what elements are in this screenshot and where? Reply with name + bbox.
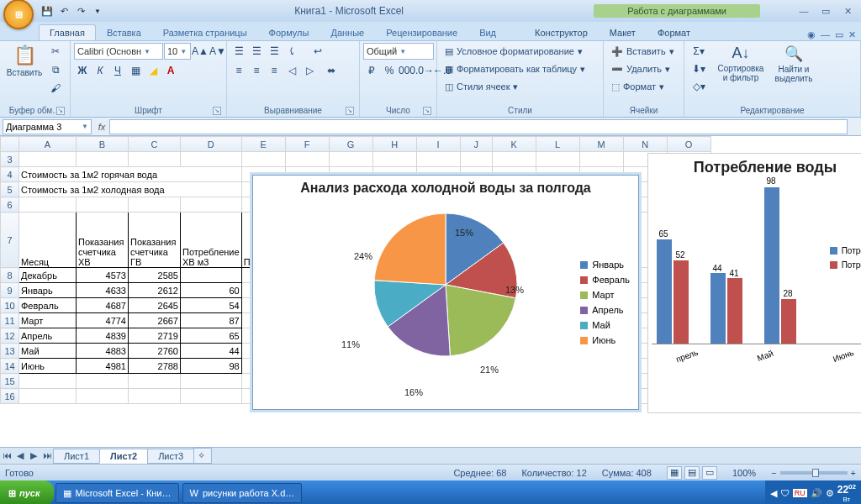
underline-button[interactable]: Ч <box>109 62 126 79</box>
align-top-button[interactable]: ☰ <box>230 43 247 60</box>
grow-font-button[interactable]: A▲ <box>192 43 209 60</box>
row-header[interactable]: 3 <box>1 152 19 167</box>
cell[interactable] <box>181 197 242 213</box>
sheet-nav-next[interactable]: ▶ <box>27 450 40 461</box>
cell[interactable]: Апрель <box>19 328 77 344</box>
row-header[interactable]: 8 <box>1 268 19 283</box>
cell[interactable]: 87 <box>181 313 242 328</box>
align-left-button[interactable]: ≡ <box>230 62 247 79</box>
bold-button[interactable]: Ж <box>74 62 91 79</box>
tab-view[interactable]: Вид <box>468 24 507 40</box>
italic-button[interactable]: К <box>92 62 108 79</box>
col-header[interactable]: N <box>623 137 667 152</box>
cell[interactable] <box>372 152 416 167</box>
col-header[interactable]: A <box>19 137 77 152</box>
cell[interactable]: 4573 <box>77 268 129 283</box>
save-icon[interactable]: 💾 <box>40 4 54 18</box>
close-button[interactable]: ✕ <box>837 4 858 18</box>
zoom-slider[interactable]: − + <box>771 468 856 478</box>
col-header[interactable]: D <box>181 137 242 152</box>
sheet-nav-last[interactable]: ⏭ <box>40 450 54 461</box>
percent-button[interactable]: % <box>381 62 398 79</box>
tab-layout[interactable]: Макет <box>599 24 647 40</box>
find-select-button[interactable]: 🔍 Найти и выделить <box>769 43 819 85</box>
cell[interactable] <box>181 152 242 167</box>
cell[interactable]: 65 <box>181 328 242 344</box>
row-header[interactable]: 16 <box>1 389 19 404</box>
format-as-table-button[interactable]: ▦Форматировать как таблицу ▾ <box>441 60 589 77</box>
cell[interactable] <box>536 152 579 167</box>
name-box[interactable]: Диаграмма 3▼ <box>3 119 92 134</box>
cell[interactable] <box>129 197 181 213</box>
cell[interactable] <box>19 374 77 389</box>
cell[interactable] <box>285 152 329 167</box>
row-header[interactable]: 10 <box>1 298 19 313</box>
cell[interactable]: Месяц <box>19 213 77 268</box>
dialog-launcher-icon[interactable]: ↘ <box>213 107 221 115</box>
cell[interactable] <box>579 152 623 167</box>
cell[interactable] <box>241 152 285 167</box>
align-right-button[interactable]: ≡ <box>266 62 283 79</box>
delete-cells-button[interactable]: ➖ Удалить ▾ <box>607 60 674 77</box>
tray-icon[interactable]: ⚙ <box>826 488 834 499</box>
tab-page-layout[interactable]: Разметка страницы <box>152 24 258 40</box>
col-header[interactable]: I <box>416 137 460 152</box>
cut-button[interactable]: ✂ <box>47 43 64 60</box>
cell[interactable]: 2719 <box>129 328 181 344</box>
cell[interactable]: 2788 <box>129 359 181 374</box>
cell[interactable] <box>460 152 492 167</box>
start-button[interactable]: ⊞ пуск <box>0 480 54 504</box>
cell[interactable]: Февраль <box>19 298 77 313</box>
doc-restore-icon[interactable]: ▭ <box>835 29 843 40</box>
cell[interactable] <box>77 389 129 404</box>
cell[interactable] <box>19 152 77 167</box>
undo-icon[interactable]: ↶ <box>57 4 71 18</box>
tray-clock[interactable]: 2202 Вт <box>837 482 856 504</box>
indent-dec-button[interactable]: ◁ <box>283 62 300 79</box>
taskbar-app-word[interactable]: Wрисунки работа X.d… <box>182 483 303 503</box>
row-header[interactable]: 12 <box>1 328 19 344</box>
cell[interactable]: Стоимость за 1м2 холодная вода <box>19 182 242 197</box>
sheet-tab[interactable]: Лист2 <box>99 449 148 464</box>
cell[interactable]: Декабрь <box>19 268 77 283</box>
sort-filter-button[interactable]: A↓ Сортировка и фильтр <box>715 43 767 84</box>
doc-minimize-icon[interactable]: — <box>821 29 830 40</box>
cell[interactable] <box>416 152 460 167</box>
tab-format[interactable]: Формат <box>647 24 701 40</box>
col-header[interactable]: F <box>285 137 329 152</box>
fx-icon[interactable]: fx <box>94 122 109 132</box>
align-bottom-button[interactable]: ☰ <box>266 43 283 60</box>
font-color-button[interactable]: A <box>162 62 179 79</box>
col-header[interactable]: B <box>77 137 129 152</box>
chart-pie[interactable]: Анализ расхода холодной воды за полгода … <box>252 175 639 410</box>
format-cells-button[interactable]: ⬚ Формат ▾ <box>607 78 668 95</box>
dialog-launcher-icon[interactable]: ↘ <box>56 107 65 115</box>
system-tray[interactable]: ◀ 🛡 RU 🔊 ⚙ 2202 Вт <box>765 480 861 504</box>
col-header[interactable]: M <box>579 137 623 152</box>
minimize-button[interactable]: — <box>794 4 814 18</box>
cell[interactable] <box>181 374 242 389</box>
autosum-button[interactable]: Σ▾ <box>688 43 710 60</box>
copy-button[interactable]: ⧉ <box>47 61 64 78</box>
cell[interactable]: 2612 <box>129 283 181 298</box>
cell[interactable]: 44 <box>181 344 242 359</box>
conditional-formatting-button[interactable]: ▤Условное форматирование ▾ <box>441 43 587 60</box>
cell[interactable] <box>129 374 181 389</box>
shrink-font-button[interactable]: A▼ <box>209 43 226 60</box>
cell[interactable] <box>181 268 242 283</box>
cell[interactable]: Март <box>19 313 77 328</box>
row-header[interactable]: 11 <box>1 313 19 328</box>
maximize-button[interactable]: ▭ <box>816 4 836 18</box>
cell[interactable] <box>77 374 129 389</box>
view-pagebreak-button[interactable]: ▭ <box>702 466 717 480</box>
zoom-in-button[interactable]: + <box>851 468 856 478</box>
cell[interactable]: 4883 <box>77 344 129 359</box>
cell[interactable] <box>19 197 77 213</box>
tab-design[interactable]: Конструктор <box>524 24 599 40</box>
cell[interactable]: Стоимость за 1м2 горячая вода <box>19 167 242 182</box>
cell[interactable] <box>77 197 129 213</box>
cell[interactable] <box>129 152 181 167</box>
cell[interactable] <box>181 389 242 404</box>
sheet-nav-first[interactable]: ⏮ <box>0 450 13 461</box>
cell[interactable] <box>77 152 129 167</box>
